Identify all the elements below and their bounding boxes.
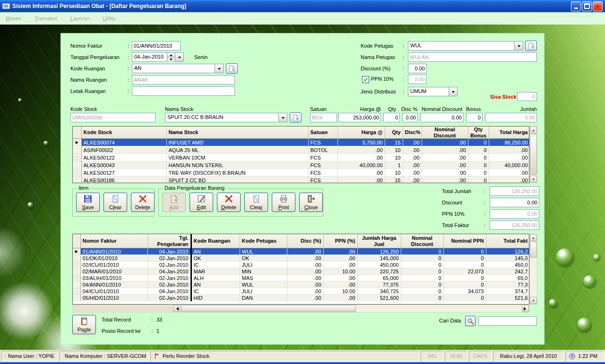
grid-cell[interactable]: 0 bbox=[401, 295, 443, 301]
row-indicator[interactable] bbox=[73, 161, 81, 169]
nama-stock-combo[interactable]: SPUIT 20 CC B.BRAUN bbox=[165, 113, 287, 122]
grid-cell[interactable]: 0 bbox=[401, 288, 443, 295]
grid-cell[interactable]: .00 bbox=[323, 255, 357, 262]
grid-cell[interactable]: 02/ICU/01/2010 bbox=[80, 262, 147, 268]
scroll-right-icon[interactable] bbox=[522, 305, 529, 312]
grid-cell[interactable]: .00 bbox=[489, 154, 529, 161]
delete-button[interactable]: Delete bbox=[131, 193, 155, 212]
grid-cell[interactable]: 02-Jan-2010 bbox=[147, 281, 191, 288]
print-button[interactable]: Print bbox=[272, 193, 295, 212]
grid-cell[interactable]: ASINF00022 bbox=[81, 146, 166, 154]
row-indicator[interactable] bbox=[73, 295, 80, 301]
grid-cell[interactable]: .00 bbox=[337, 169, 385, 177]
scrollbar-thumb[interactable] bbox=[181, 305, 356, 312]
grid-cell[interactable]: 04-Jan-2010 bbox=[147, 268, 191, 275]
grid-cell[interactable]: FCS bbox=[308, 161, 337, 169]
grid-cell[interactable]: 65,0 bbox=[486, 275, 529, 281]
grid-cell[interactable]: ALKES00043 bbox=[81, 161, 166, 169]
row-indicator[interactable] bbox=[73, 177, 81, 183]
faktur-list-grid[interactable]: Nomor FakturTgl. PengeluaranKode Ruangan… bbox=[72, 234, 529, 305]
grid-cell[interactable]: 77,375 bbox=[357, 281, 401, 288]
grid-cell[interactable]: AN bbox=[191, 281, 240, 288]
current-row-indicator[interactable]: ▶ bbox=[73, 139, 81, 146]
discount-total-input[interactable] bbox=[490, 198, 539, 207]
delete-button[interactable]: Delete bbox=[217, 193, 241, 212]
grid-cell[interactable]: DAN bbox=[240, 295, 287, 301]
grid-cell[interactable]: 145,000 bbox=[357, 255, 401, 262]
restore-button[interactable] bbox=[582, 1, 592, 11]
grid-row[interactable]: 05/HID/01/201002-Jan-2010HIDDAN.00.00521… bbox=[73, 295, 529, 301]
kode-ruangan-combo[interactable]: AN bbox=[132, 64, 224, 73]
grid-cell[interactable]: 10 bbox=[385, 154, 403, 161]
row-indicator[interactable] bbox=[73, 255, 80, 262]
grid-cell[interactable]: .00 bbox=[422, 161, 468, 169]
grid-cell[interactable]: .00 bbox=[323, 295, 357, 301]
column-header[interactable]: Kode Petugas bbox=[240, 234, 287, 248]
grid-cell[interactable]: .00 bbox=[403, 177, 422, 183]
grid-row[interactable]: 02/ICU/01/201002-Jan-2010ICJULI.00.00450… bbox=[73, 262, 529, 268]
grid-cell[interactable]: .00 bbox=[323, 248, 357, 255]
grid-cell[interactable]: 0 bbox=[468, 169, 489, 177]
grid-cell[interactable]: .00 bbox=[403, 139, 422, 146]
grid-cell[interactable]: .00 bbox=[287, 295, 323, 301]
new-ruangan-button[interactable] bbox=[226, 63, 238, 74]
row-indicator[interactable] bbox=[73, 288, 80, 295]
grid-cell[interactable]: 450,000 bbox=[357, 262, 401, 268]
grid-row[interactable]: ASINF00022AQUA 25 MLBOTOL.0010.00.000.00 bbox=[73, 146, 529, 154]
grid-cell[interactable]: .00 bbox=[287, 262, 323, 268]
current-row-indicator[interactable]: ▶ bbox=[73, 248, 80, 255]
grid-cell[interactable]: 126,250 bbox=[357, 248, 401, 255]
grid-cell[interactable]: 126,2 bbox=[486, 248, 529, 255]
grid-cell[interactable]: .00 bbox=[287, 268, 323, 275]
grid-cell[interactable]: 34,073 bbox=[443, 288, 486, 295]
grid-cell[interactable]: 01/ANN/01/2010 bbox=[80, 248, 147, 255]
minimize-button[interactable] bbox=[571, 1, 581, 11]
nominal-discount-input[interactable] bbox=[420, 113, 464, 122]
column-header[interactable]: Satuan bbox=[308, 127, 337, 139]
grid-row[interactable]: ▶01/ANN/01/201004-Jan-2010ANWUL.00.00126… bbox=[73, 248, 529, 255]
grid-cell[interactable]: .00 bbox=[403, 154, 422, 161]
search-button[interactable] bbox=[465, 316, 475, 326]
column-header[interactable]: Tgl. Pengeluaran bbox=[147, 234, 191, 248]
grid-cell[interactable]: 22,073 bbox=[443, 268, 486, 275]
grid-cell[interactable]: .00 bbox=[422, 169, 468, 177]
column-header[interactable]: PPN (%) bbox=[323, 234, 357, 248]
grid-cell[interactable]: 340,725 bbox=[357, 288, 401, 295]
row-indicator[interactable] bbox=[73, 154, 81, 161]
combo-arrow-button[interactable] bbox=[278, 113, 287, 122]
harga-input[interactable] bbox=[338, 113, 381, 122]
grid-cell[interactable]: IC bbox=[191, 288, 240, 295]
grid-cell[interactable]: 0 bbox=[401, 248, 443, 255]
menu-item-master[interactable]: Master bbox=[6, 16, 22, 21]
grid-cell[interactable]: INFUSET AMS' bbox=[166, 139, 308, 146]
column-header[interactable]: Nominal PPN bbox=[443, 234, 486, 248]
grid-cell[interactable]: 86,250.00 bbox=[489, 139, 529, 146]
grid-cell[interactable]: .00 bbox=[422, 146, 468, 154]
grid-cell[interactable]: 0 bbox=[468, 154, 489, 161]
grid-cell[interactable]: JULI bbox=[240, 288, 287, 295]
grid-cell[interactable]: .00 bbox=[403, 169, 422, 177]
disc-input[interactable] bbox=[402, 113, 418, 122]
column-header[interactable]: Nama Stock bbox=[166, 127, 308, 139]
discount-input[interactable] bbox=[408, 64, 427, 73]
grid-cell[interactable]: .00 bbox=[403, 161, 422, 169]
clear-button[interactable]: Clear bbox=[244, 193, 268, 212]
grid-cell[interactable]: ALKES00122 bbox=[81, 154, 166, 161]
grid-cell[interactable]: AN bbox=[191, 248, 240, 255]
grid-row[interactable]: 04/ICU/01/201004-Jan-2010ICJULI.0010.003… bbox=[73, 288, 529, 295]
grid-cell[interactable]: 10.00 bbox=[323, 288, 357, 295]
grid-cell[interactable]: IC bbox=[191, 262, 240, 268]
column-header[interactable]: Nominal Discount bbox=[401, 234, 443, 248]
grid-cell[interactable]: .00 bbox=[337, 177, 385, 183]
grid-cell[interactable]: 521,600 bbox=[357, 295, 401, 301]
grid-row[interactable]: ALKES00186SPUIT 3 CC BDFCS.0015.00.000.0… bbox=[73, 177, 529, 183]
kode-petugas-combo[interactable]: WUL bbox=[408, 41, 523, 51]
grid-cell[interactable]: 0 bbox=[468, 177, 489, 183]
row-indicator[interactable] bbox=[73, 262, 80, 268]
cari-data-input[interactable] bbox=[478, 316, 537, 326]
grid-cell[interactable]: .00 bbox=[287, 281, 323, 288]
grid-row[interactable]: ▶ALKES00074INFUSET AMS'FCS5,750.0015.00.… bbox=[73, 139, 529, 146]
edit-button[interactable]: Edit bbox=[190, 193, 213, 212]
row-indicator[interactable] bbox=[73, 146, 81, 154]
grid-cell[interactable]: 10.00 bbox=[323, 268, 357, 275]
